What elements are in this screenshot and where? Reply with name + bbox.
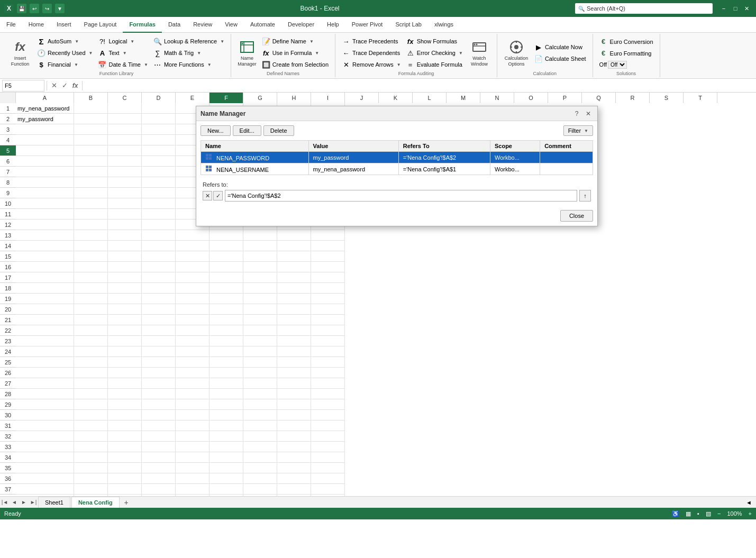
name-cell-refers-2: ='Nena Config'!$A$1 xyxy=(398,163,490,175)
name-manager-close-btn[interactable]: Close xyxy=(560,210,593,222)
svg-rect-19 xyxy=(209,166,212,168)
name-cell-comment-2 xyxy=(540,163,593,175)
filter-caret: ▼ xyxy=(584,129,588,133)
name-cell-refers-1: ='Nena Config'!$A$2 xyxy=(398,152,490,163)
svg-rect-18 xyxy=(206,166,208,168)
refers-to-section: Refers to: ✕ ✓ ↑ xyxy=(201,179,593,204)
refers-to-cancel-btn[interactable]: ✕ xyxy=(203,191,212,200)
col-header-comment: Comment xyxy=(540,141,593,152)
filter-btn[interactable]: Filter ▼ xyxy=(563,125,593,136)
modal-footer: Close xyxy=(196,208,597,226)
modal-help-btn[interactable]: ? xyxy=(572,109,581,118)
name-row-1[interactable]: NENA_PASSWORD my_password ='Nena Config'… xyxy=(201,152,593,163)
name-table: Name Value Refers To Scope Comment xyxy=(201,140,593,175)
spreadsheet-container: A B C D E F G H I J K L M N O P Q R S T xyxy=(0,93,756,519)
modal-title-buttons: ? ✕ xyxy=(572,109,593,118)
modal-toolbar-left: New... Edit... Delete xyxy=(201,125,294,136)
col-header-refers-to: Refers To xyxy=(398,141,490,152)
name-manager-modal: Name Manager ? ✕ New... Edit... Delete F… xyxy=(196,106,598,226)
name-icon-2 xyxy=(205,165,213,172)
name-cell-name-1: NENA_PASSWORD xyxy=(201,152,309,163)
modal-title: Name Manager xyxy=(201,110,245,117)
refers-to-collapse-btn[interactable]: ↑ xyxy=(579,190,591,202)
name-cell-scope-1: Workbo... xyxy=(490,152,540,163)
col-header-name: Name xyxy=(201,141,309,152)
name-cell-name-2: NENA_USERNAME xyxy=(201,163,309,175)
refers-to-input[interactable] xyxy=(225,190,577,202)
refers-to-confirm-btn[interactable]: ✓ xyxy=(213,191,223,200)
refers-to-input-row: ✕ ✓ ↑ xyxy=(203,190,591,202)
name-table-body: NENA_PASSWORD my_password ='Nena Config'… xyxy=(201,152,593,175)
name-cell-value-1: my_password xyxy=(308,152,398,163)
modal-toolbar: New... Edit... Delete Filter ▼ xyxy=(201,125,593,136)
name-cell-comment-1 xyxy=(540,152,593,163)
modal-body: New... Edit... Delete Filter ▼ Name Valu xyxy=(196,121,597,208)
svg-rect-15 xyxy=(209,154,212,157)
svg-rect-16 xyxy=(206,157,208,160)
name-cell-value-2: my_nena_password xyxy=(308,163,398,175)
new-name-btn[interactable]: New... xyxy=(201,125,231,136)
name-row-2[interactable]: NENA_USERNAME my_nena_password ='Nena Co… xyxy=(201,163,593,175)
delete-name-btn[interactable]: Delete xyxy=(263,125,294,136)
filter-label: Filter xyxy=(568,127,581,134)
name-cell-scope-2: Workbo... xyxy=(490,163,540,175)
svg-rect-21 xyxy=(209,169,212,171)
col-header-scope: Scope xyxy=(490,141,540,152)
modal-close-x-btn[interactable]: ✕ xyxy=(584,109,593,118)
svg-rect-14 xyxy=(206,154,208,157)
refers-to-buttons: ✕ ✓ xyxy=(203,191,223,200)
edit-name-btn[interactable]: Edit... xyxy=(233,125,261,136)
modal-overlay: Name Manager ? ✕ New... Edit... Delete F… xyxy=(0,93,756,519)
modal-title-bar: Name Manager ? ✕ xyxy=(196,106,597,121)
col-header-value: Value xyxy=(308,141,398,152)
name-icon-1 xyxy=(205,153,213,161)
name-table-header: Name Value Refers To Scope Comment xyxy=(201,141,593,152)
refers-to-label: Refers to: xyxy=(203,181,591,188)
svg-rect-20 xyxy=(206,169,208,171)
svg-rect-17 xyxy=(209,157,212,160)
